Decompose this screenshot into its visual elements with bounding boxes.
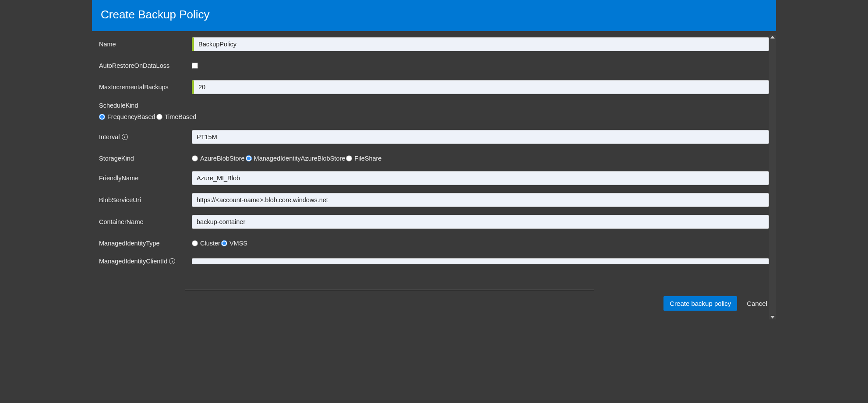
storage-kind-radios: AzureBlobStore ManagedIdentityAzureBlobS… (192, 155, 381, 162)
radio-fileshare[interactable] (346, 155, 352, 161)
radio-vmss-wrap[interactable]: VMSS (221, 240, 247, 247)
info-icon[interactable]: i (169, 258, 175, 264)
label-max-incremental: MaxIncrementalBackups (99, 84, 192, 91)
name-input[interactable] (192, 37, 769, 51)
label-name: Name (99, 41, 192, 48)
scroll-down-icon[interactable] (770, 316, 775, 319)
radio-time-based-wrap[interactable]: TimeBased (156, 113, 197, 120)
radio-cluster-label: Cluster (200, 240, 220, 247)
radio-cluster[interactable] (192, 240, 198, 246)
radio-mi-azure-blob[interactable] (246, 155, 252, 161)
managed-identity-type-radios: Cluster VMSS (192, 240, 247, 247)
friendly-name-input[interactable] (192, 171, 769, 185)
label-storage-kind: StorageKind (99, 155, 192, 162)
radio-mi-azure-blob-label: ManagedIdentityAzureBlobStore (254, 155, 346, 162)
radio-frequency-based[interactable] (99, 114, 105, 120)
schedule-kind-radios: FrequencyBased TimeBased (99, 113, 769, 120)
interval-input[interactable] (192, 130, 769, 144)
radio-azure-blob-wrap[interactable]: AzureBlobStore (192, 155, 245, 162)
radio-fileshare-wrap[interactable]: FileShare (346, 155, 381, 162)
label-auto-restore: AutoRestoreOnDataLoss (99, 62, 192, 69)
radio-azure-blob[interactable] (192, 155, 198, 161)
label-managed-identity-client-id-text: ManagedIdentityClientId (99, 258, 167, 265)
row-managed-identity-client-id: ManagedIdentityClientId i (99, 258, 769, 265)
radio-frequency-based-wrap[interactable]: FrequencyBased (99, 113, 155, 120)
radio-time-based[interactable] (156, 114, 162, 120)
scroll-up-icon[interactable] (770, 36, 775, 39)
cancel-button[interactable]: Cancel (747, 300, 767, 307)
radio-azure-blob-label: AzureBlobStore (200, 155, 245, 162)
label-interval: Interval i (99, 133, 192, 140)
client-id-tooltip: Client-id of the user-assigned managed i… (185, 290, 594, 290)
row-friendly-name: FriendlyName (99, 171, 769, 185)
modal-footer: Create backup policy Cancel (92, 290, 776, 319)
modal-title: Create Backup Policy (92, 0, 776, 31)
radio-fileshare-label: FileShare (354, 155, 381, 162)
row-storage-kind: StorageKind AzureBlobStore ManagedIdenti… (99, 152, 769, 165)
label-friendly-name: FriendlyName (99, 175, 192, 182)
row-managed-identity-type: ManagedIdentityType Cluster VMSS (99, 237, 769, 250)
label-blob-service-uri: BlobServiceUri (99, 196, 192, 203)
row-blob-service-uri: BlobServiceUri (99, 193, 769, 207)
info-icon[interactable]: i (122, 134, 128, 140)
vertical-scrollbar[interactable] (769, 35, 776, 319)
label-managed-identity-client-id: ManagedIdentityClientId i (99, 258, 192, 265)
radio-cluster-wrap[interactable]: Cluster (192, 240, 220, 247)
radio-mi-azure-blob-wrap[interactable]: ManagedIdentityAzureBlobStore (246, 155, 346, 162)
row-max-incremental: MaxIncrementalBackups (99, 80, 769, 94)
modal-body: Name AutoRestoreOnDataLoss MaxIncrementa… (92, 31, 776, 290)
max-incremental-input[interactable] (192, 80, 769, 94)
container-name-input[interactable] (192, 215, 769, 229)
row-name: Name (99, 37, 769, 51)
auto-restore-checkbox[interactable] (192, 63, 198, 69)
radio-time-based-label: TimeBased (165, 113, 197, 120)
label-interval-text: Interval (99, 133, 120, 140)
create-backup-policy-button[interactable]: Create backup policy (663, 296, 737, 311)
managed-identity-client-id-input[interactable] (192, 258, 769, 264)
row-interval: Interval i (99, 130, 769, 144)
label-container-name: ContainerName (99, 218, 192, 225)
blob-service-uri-input[interactable] (192, 193, 769, 207)
radio-vmss[interactable] (221, 240, 227, 246)
row-auto-restore: AutoRestoreOnDataLoss (99, 59, 769, 72)
create-backup-policy-modal: Create Backup Policy Name AutoRestoreOnD… (92, 0, 776, 319)
label-schedule-kind: ScheduleKind (99, 102, 769, 109)
radio-frequency-based-label: FrequencyBased (107, 113, 155, 120)
radio-vmss-label: VMSS (229, 240, 247, 247)
label-managed-identity-type: ManagedIdentityType (99, 240, 192, 247)
row-container-name: ContainerName (99, 215, 769, 229)
